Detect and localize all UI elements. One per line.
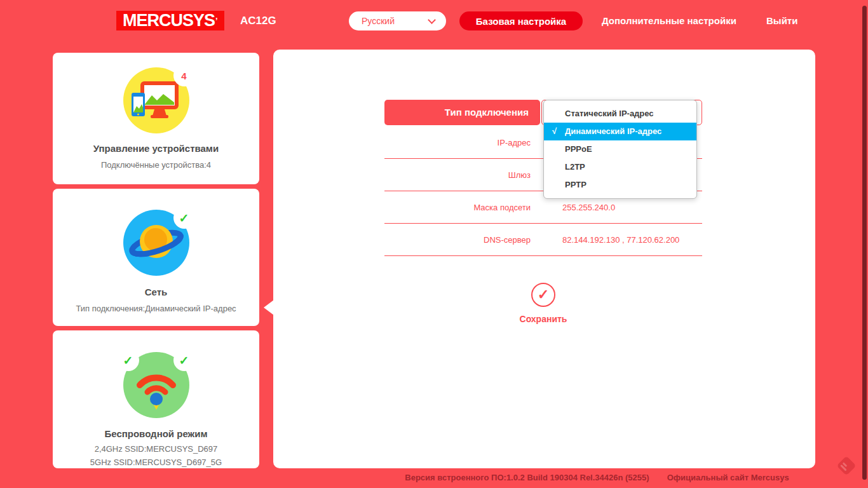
save-check-icon[interactable]: ✓ [531,283,555,307]
card-title-device-management: Управление устройствами [53,143,259,154]
subnet-mask-value: 255.255.240.0 [562,203,615,212]
active-card-pointer [264,300,274,315]
dns-server-value: 82.144.192.130 , 77.120.62.200 [562,235,679,245]
check-icon: ✓ [179,353,189,368]
router-model-label: AC12G [240,15,276,27]
logout-button[interactable]: Выйти [766,15,797,26]
dropdown-option-pppoe[interactable]: PPPoE [544,140,696,158]
footer: Версия встроенного ПО:1.0.2 Build 190304… [326,473,868,482]
connection-type-label: Тип подключения [384,100,540,125]
sidebar-card-wireless[interactable]: ✓ ✓ Беспроводной режим 2,4GHz SSID:MERCU… [53,330,259,468]
sidebar-card-network[interactable]: ✓ Сеть Тип подключения:Динамический IP-а… [53,189,259,326]
dropdown-option-static-ip[interactable]: Статический IP-адрес [544,105,696,123]
mercusys-logo: MERCUSYS ’ [116,11,224,30]
gateway-label: Шлюз [384,170,531,180]
subnet-mask-label: Маска подсети [384,203,531,212]
connected-devices-badge: 4 [173,65,195,86]
firmware-version-label: Версия встроенного ПО:1.0.2 Build 190304… [405,473,649,482]
chevron-down-icon [428,16,436,24]
logo-text: MERCUSYS [123,12,215,29]
official-site-link[interactable]: Официальный сайт Mercusys [667,473,789,482]
vertical-scrollbar[interactable] [862,6,867,480]
network-settings-panel: Тип подключения Статический IP-адрес √ Д… [273,50,815,468]
router-admin-page: MERCUSYS ’ AC12G Русский Базовая настрой… [0,0,868,488]
save-label: Сохранить [384,314,702,324]
ssid-5ghz-label: 5GHz SSID:MERCUSYS_D697_5G [53,456,259,469]
devices-icon-wrap: 4 [123,67,189,133]
check-icon: ✓ [179,211,189,226]
network-status-check: ✓ [173,207,195,229]
language-selector[interactable]: Русский [349,11,446,30]
dropdown-option-pptp[interactable]: PPTP [544,176,696,194]
card-title-wireless: Беспроводной режим [53,428,259,439]
wireless-24ghz-check: ✓ [118,349,139,371]
logo-trademark-mark: ’ [215,16,218,25]
tab-basic-settings[interactable]: Базовая настройка [459,11,583,30]
connection-type-dropdown: Статический IP-адрес √ Динамический IP-а… [543,100,697,199]
network-icon-wrap: ✓ [123,210,189,276]
dropdown-option-dynamic-ip[interactable]: √ Динамический IP-адрес [544,123,696,140]
card-subtitle-network: Тип подключения:Динамический IP-адрес [53,302,259,315]
sidebar-card-device-management[interactable]: 4 Управление устройствами Подключённые у… [53,53,259,184]
check-icon: ✓ [123,353,133,368]
wireless-5ghz-check: ✓ [173,349,195,371]
ssid-24ghz-label: 2,4GHz SSID:MERCUSYS_D697 [53,442,259,456]
card-subtitle-wireless: 2,4GHz SSID:MERCUSYS_D697 5GHz SSID:MERC… [53,442,259,469]
tab-advanced-settings[interactable]: Дополнительные настройки [602,15,736,26]
form-row-dns-server: DNS-сервер 82.144.192.130 , 77.120.62.20… [384,224,702,256]
language-selected-value: Русский [362,16,395,26]
header: MERCUSYS ’ AC12G Русский Базовая настрой… [0,0,868,41]
ip-address-label: IP-адрес [384,138,531,147]
card-title-network: Сеть [53,287,259,297]
selected-check-icon: √ [552,123,557,140]
dns-server-label: DNS-сервер [384,235,531,245]
dropdown-option-l2tp[interactable]: L2TP [544,158,696,176]
save-button[interactable]: ✓ Сохранить [384,283,702,324]
wireless-icon-wrap: ✓ ✓ [123,352,189,418]
card-subtitle-device-management: Подключённые устройства:4 [53,158,259,172]
